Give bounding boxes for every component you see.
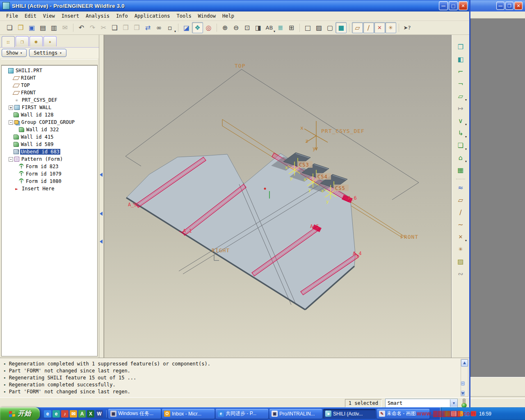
expand-toggle[interactable] — [9, 143, 12, 146]
context-help-icon[interactable]: ➤? — [402, 22, 413, 33]
menu-item[interactable]: Tools — [173, 12, 194, 20]
tree-item[interactable]: Wall id 322 — [2, 126, 97, 133]
saved-views-icon[interactable]: AB — [264, 22, 275, 33]
tree-item[interactable]: Wall id 415 — [2, 133, 97, 141]
swept-wall-tool-icon[interactable]: ¬ — [455, 78, 466, 89]
flange-wall-tool-icon[interactable]: ⌐ — [455, 66, 466, 77]
selection-filter-combo[interactable]: Smart ▾ — [385, 399, 458, 408]
expand-toggle[interactable] — [9, 150, 12, 154]
excel-quicklaunch-icon[interactable]: X — [87, 410, 94, 418]
selection-point[interactable] — [264, 188, 266, 190]
ie-quicklaunch-icon[interactable]: e — [44, 410, 51, 418]
menu-item[interactable]: View — [40, 12, 58, 20]
axis-a4-label[interactable]: A_4 — [353, 251, 362, 256]
datum-curve-tool-icon[interactable]: ∼ — [455, 219, 466, 230]
tree-item[interactable]: - Group COPIED_GROUP — [2, 119, 97, 126]
task-windows-explorer[interactable]: ▦ Windows 任务... — [108, 409, 161, 419]
task-outlook-inbox[interactable]: O Inbox - Micr... — [162, 409, 215, 419]
prt-csys-z-label[interactable]: z — [305, 138, 309, 144]
open-file-icon[interactable]: ❐ — [15, 22, 26, 33]
cs4-label[interactable]: CS4 — [317, 174, 328, 180]
analysis-tool-icon[interactable]: ∾ — [455, 268, 466, 279]
expand-toggle[interactable] — [9, 113, 12, 117]
extend-wall-tool-icon[interactable]: ↦ — [455, 103, 466, 114]
tree-item[interactable]: Form id 1080 — [2, 178, 97, 185]
axis-a3-label[interactable]: A_3 — [128, 202, 137, 208]
word-quicklaunch-icon[interactable]: W — [96, 410, 103, 418]
corner-relief-tool-icon[interactable]: ❏ — [455, 139, 466, 151]
unattached-wall-tool-icon[interactable]: ▱ — [455, 90, 466, 102]
menu-item[interactable]: Analysis — [83, 12, 112, 20]
new-file-icon[interactable]: ❏ — [4, 22, 15, 33]
view-manager-icon[interactable]: ⊞ — [286, 22, 297, 33]
cs3-label[interactable]: CS3 — [299, 162, 309, 168]
rip-tool-icon[interactable]: ▦ — [455, 164, 466, 176]
task-pro-intralink[interactable]: ▣ Pro/INTRALIN... — [269, 409, 322, 419]
layers-icon[interactable]: ≣ — [275, 22, 286, 33]
media-player-quicklaunch-icon[interactable]: ♪ — [61, 410, 68, 418]
find-icon[interactable]: ∞ — [153, 22, 164, 33]
scroll-up-button[interactable]: ▲ — [461, 359, 468, 367]
form-tool-icon[interactable]: ⌂ — [455, 152, 466, 163]
tree-item[interactable]: + FIRST WALL — [2, 104, 97, 111]
no-hidden-icon[interactable]: ▢ — [324, 22, 336, 33]
print-plot-icon[interactable]: ▥ — [48, 22, 59, 33]
task-ie-page[interactable]: e 共同进步 - P... — [216, 409, 268, 419]
point-display-icon[interactable]: ✕ — [374, 22, 385, 33]
settings-button[interactable]: Settings ▾ — [29, 49, 66, 57]
tree-item[interactable]: RIGHT — [2, 74, 97, 82]
app-quicklaunch-icon[interactable]: A — [78, 410, 86, 418]
prt-csys-x-label[interactable]: x — [300, 125, 304, 131]
plane-display-icon[interactable]: ▱ — [352, 22, 363, 33]
tree-item[interactable]: PRT_CSYS_DEF — [2, 96, 97, 104]
menu-item[interactable]: Help — [219, 12, 237, 20]
menu-item[interactable]: File — [3, 12, 21, 20]
panel-splitter[interactable] — [99, 35, 104, 358]
datum-point-tool-icon[interactable]: ✕ — [455, 231, 466, 242]
expand-toggle[interactable]: - — [9, 120, 13, 125]
datum-axis-tool-icon[interactable]: ∕ — [455, 206, 466, 218]
select-special-icon[interactable]: ▫ — [164, 22, 176, 33]
expand-toggle[interactable] — [9, 76, 12, 80]
sash-collapse-arrow[interactable] — [100, 212, 103, 216]
shaded-icon[interactable]: ■ — [336, 22, 347, 33]
cut-icon[interactable]: ✂ — [98, 22, 109, 33]
save-icon[interactable]: ▣ — [26, 22, 37, 33]
task-paint[interactable]: ✎ 未命名 - 画图 — [377, 409, 429, 419]
favorites-tab[interactable]: ✱ — [30, 36, 43, 46]
send-email-icon[interactable]: ✉ — [59, 22, 71, 33]
start-button[interactable]: 开始 — [0, 407, 40, 420]
scroll-down-button[interactable]: ▼ — [461, 391, 465, 396]
cs3-x-label[interactable]: x — [285, 165, 288, 170]
menu-item[interactable]: Applications — [132, 12, 173, 20]
expand-toggle[interactable] — [14, 180, 18, 183]
menu-item[interactable]: Insert — [59, 12, 82, 20]
expand-toggle[interactable]: - — [9, 157, 13, 162]
top-datum-label[interactable]: TOP — [235, 63, 245, 69]
expand-toggle[interactable] — [14, 165, 18, 169]
cs4-y-label[interactable]: y — [308, 187, 311, 193]
tree-item[interactable]: SHILI.PRT — [2, 67, 97, 74]
sash-collapse-arrow[interactable] — [100, 240, 103, 244]
datum-point-field-icon[interactable]: ▨ — [455, 256, 466, 267]
tree-item[interactable]: Insert Here — [2, 185, 97, 192]
refit-icon[interactable]: ⊡ — [242, 22, 253, 33]
expand-toggle[interactable]: + — [9, 105, 13, 110]
menu-item[interactable]: Edit — [22, 12, 39, 20]
tray-icon-3[interactable] — [458, 411, 463, 416]
tree-item[interactable]: Wall id 128 — [2, 111, 97, 119]
undo-icon[interactable]: ↶ — [76, 22, 87, 33]
sketcher-display-icon[interactable]: ◪ — [181, 22, 192, 33]
cs5-label[interactable]: CS5 — [335, 185, 345, 191]
tree-item[interactable]: Form id 1079 — [2, 170, 97, 178]
tree-item[interactable]: Form id 823 — [2, 163, 97, 170]
maximize-button[interactable]: □ — [449, 1, 458, 10]
axis-a1-label[interactable]: A_1 — [183, 228, 192, 234]
expand-toggle[interactable] — [14, 128, 18, 132]
zoom-in-icon[interactable]: ⊕ — [219, 22, 231, 33]
bend-tool-icon[interactable]: ∨ — [455, 115, 466, 126]
model-tree-tab[interactable]: ∷ — [2, 36, 15, 47]
minimize-button[interactable]: — — [439, 1, 448, 10]
tray-icon-5[interactable] — [471, 411, 476, 416]
flat-wall-tool-icon[interactable]: ◧ — [455, 53, 466, 65]
